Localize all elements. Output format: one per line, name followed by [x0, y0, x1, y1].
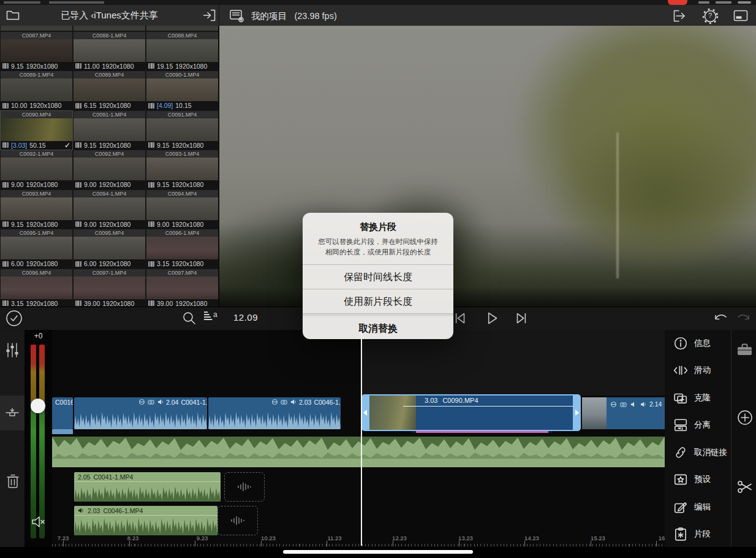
audio-clip-c0041[interactable]: 2.05 C0041-1.MP4: [74, 472, 221, 502]
library-clip[interactable]: C0092.MP49.001920x1080: [74, 150, 145, 189]
cancel-replace-button[interactable]: 取消替换: [303, 316, 453, 339]
add-icon[interactable]: [737, 410, 753, 426]
library-clip[interactable]: C0090-1.MP4[4.09]10.15: [146, 71, 218, 110]
media-library-grid: C0087.MP49.151920x1080 C0088-1.MP411.001…: [0, 26, 219, 307]
film-icon: [148, 142, 154, 148]
trim-handle-left[interactable]: [361, 394, 369, 431]
clip-name: C0093-1.MP4: [146, 150, 218, 158]
library-clip-selected[interactable]: C0090.MP4[3.03]50.15✓: [1, 111, 72, 150]
library-clip[interactable]: C0095-1.MP46.001920x1080: [1, 229, 72, 268]
library-clip[interactable]: C0093-1.MP49.151920x1080: [146, 150, 218, 189]
toolbox-icon[interactable]: [736, 342, 753, 357]
music-track[interactable]: [52, 437, 665, 467]
audio-clip-c0046[interactable]: 2.03 C0046-1.MP4: [74, 506, 217, 535]
trim-handle-right[interactable]: [573, 394, 581, 431]
timeline-clip-c0041[interactable]: 2.04 C0041-1.MP4: [74, 397, 207, 429]
question-glyph: ?: [708, 12, 712, 19]
multiselect-icon[interactable]: [5, 309, 23, 327]
clip-duration: 9.15: [11, 63, 23, 70]
clip-name: C0089.MP4: [74, 71, 145, 78]
library-clip[interactable]: C0088-1.MP411.001920x1080: [74, 32, 145, 71]
library-clip[interactable]: C0089-1.MP410.001920x1080: [1, 71, 72, 110]
project-library-icon[interactable]: [229, 9, 244, 23]
library-clip[interactable]: C0094.MP49.001920x1080: [146, 190, 218, 229]
clip-name: C0097.MP4: [146, 269, 218, 277]
undo-icon[interactable]: [713, 310, 729, 326]
library-clip[interactable]: C0087.MP49.151920x1080: [1, 32, 72, 71]
timeline-clip-right[interactable]: 2.14 Cli: [582, 397, 665, 429]
library-clip[interactable]: C0089.MP46.151920x1080: [74, 71, 145, 110]
use-new-clip-length-button[interactable]: 使用新片段长度: [303, 289, 453, 313]
library-header: 已导入 ‹iTunes文件共享: [0, 5, 219, 26]
clip-duration: 6.15: [84, 102, 96, 109]
birch-foliage-dark: [552, 110, 756, 278]
clip-resolution: 1920x1080: [26, 181, 58, 188]
clip-thumbnail: [146, 197, 218, 220]
clip-thumbnail: [146, 118, 218, 141]
film-icon: [75, 182, 81, 188]
export-icon[interactable]: [671, 9, 687, 23]
library-clip[interactable]: C0091.MP49.151920x1080: [146, 111, 218, 150]
insert-mode-icon[interactable]: [5, 405, 20, 421]
clip-thumbnail: [1, 39, 72, 62]
import-icon[interactable]: [202, 9, 217, 22]
clip-thumbnail: [74, 39, 145, 62]
library-clip[interactable]: C0096.MP43.151920x1080: [1, 269, 72, 308]
clipped-row: [1, 26, 218, 31]
clip-name: C0095.MP4: [74, 229, 145, 237]
library-clip[interactable]: C0097.MP439.001920x1080: [146, 269, 218, 308]
project-title-group[interactable]: 我的项目 (23.98 fps): [251, 10, 337, 22]
tool-presets[interactable]: 预设: [673, 470, 711, 489]
skip-forward-icon[interactable]: [513, 310, 531, 327]
tool-detach[interactable]: 分离: [673, 416, 711, 434]
playhead[interactable]: [361, 331, 362, 546]
keep-timeline-length-button[interactable]: 保留时间线长度: [303, 264, 453, 289]
library-clip[interactable]: C0093.MP49.151920x1080: [1, 190, 72, 229]
search-icon[interactable]: [181, 310, 197, 326]
film-icon: [2, 142, 9, 148]
trash-icon[interactable]: [6, 472, 20, 491]
audio-fx-slot[interactable]: [217, 506, 258, 535]
library-title: 已导入 ‹iTunes文件共享: [0, 10, 219, 21]
library-clip[interactable]: C0094-1.MP49.001920x1080: [74, 190, 145, 229]
tool-slip[interactable]: 滑动: [673, 361, 711, 380]
clip-resolution: 1920x1080: [99, 221, 130, 228]
audio-mixer-icon[interactable]: [5, 341, 20, 359]
external-display-icon[interactable]: [733, 9, 749, 23]
timeline-clip-c0090-selected[interactable]: 3.03 C0090.MP4: [369, 394, 573, 431]
redo-icon[interactable]: [735, 310, 751, 326]
timeline-clip-c0046[interactable]: 2.03 C0046-1.MP4: [208, 397, 341, 429]
clip-duration: 3.03: [425, 397, 437, 404]
tool-edit[interactable]: 编辑: [673, 498, 711, 516]
vu-bar-left: [31, 345, 36, 538]
tool-clip[interactable]: 片段: [673, 525, 711, 543]
library-clip[interactable]: C0095.MP46.001920x1080: [74, 229, 145, 268]
home-indicator[interactable]: [283, 550, 473, 554]
clip-duration: 9.15: [157, 142, 169, 149]
library-clip[interactable]: C0097-1.MP439.001920x1080: [74, 269, 145, 308]
volume-knob[interactable]: [31, 399, 45, 413]
tool-clone[interactable]: 克隆: [673, 389, 711, 407]
clip-thumbnail: [369, 396, 416, 430]
clip-duration: 2.05: [78, 473, 90, 481]
clip-resolution: 1920x1080: [99, 260, 130, 267]
clip-inpoint: [3.03]: [11, 142, 27, 149]
tool-unlink[interactable]: 取消链接: [673, 443, 727, 462]
library-clip[interactable]: C0092-1.MP49.001920x1080: [1, 150, 72, 189]
audio-fx-slot[interactable]: [224, 472, 265, 502]
clip-thumbnail: [1, 158, 72, 180]
film-icon: [148, 261, 154, 267]
settings-help-icon[interactable]: ?: [702, 8, 719, 25]
library-clip[interactable]: C0096-1.MP43.151920x1080: [146, 229, 218, 268]
video-preview[interactable]: [219, 26, 756, 307]
timeline-clip-c0016[interactable]: C0016: [52, 397, 73, 429]
clip-thumbnail: [146, 78, 218, 101]
play-icon[interactable]: [483, 310, 500, 327]
scissors-icon[interactable]: [736, 478, 754, 495]
mute-icon[interactable]: [31, 514, 45, 538]
library-clip[interactable]: C0088.MP419.151920x1080: [146, 32, 218, 71]
library-clip[interactable]: C0091-1.MP49.151920x1080: [74, 111, 145, 150]
skip-back-icon[interactable]: [451, 310, 468, 327]
tool-info[interactable]: 信息: [673, 334, 711, 353]
sort-icon[interactable]: a: [204, 311, 217, 320]
